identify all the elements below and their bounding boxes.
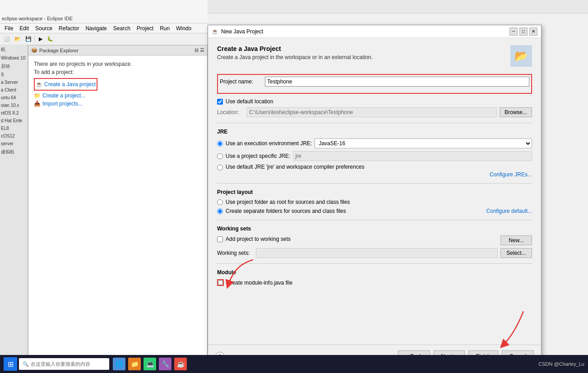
menu-icon[interactable]: ☰ bbox=[200, 47, 204, 53]
empty-message: There are no projects in your workspace. bbox=[34, 61, 202, 67]
divider-2 bbox=[217, 183, 532, 184]
package-explorer-icon: 📦 bbox=[31, 47, 37, 53]
location-input[interactable] bbox=[247, 107, 497, 117]
menu-edit[interactable]: Edit bbox=[17, 24, 32, 32]
module-checkbox-label: Create module-info.java file bbox=[227, 280, 292, 286]
sidebar-item-3: S bbox=[0, 71, 28, 78]
layout-option-2-inner: Create separate folders for sources and … bbox=[217, 208, 346, 214]
layout-option-2-radio[interactable] bbox=[217, 208, 223, 214]
use-default-location-label: Use default location bbox=[226, 98, 273, 105]
menu-navigate[interactable]: Navigate bbox=[83, 24, 109, 32]
divider-3 bbox=[217, 220, 532, 220]
jre-option-1-radio[interactable] bbox=[217, 141, 223, 147]
dialog-close[interactable]: ✕ bbox=[529, 28, 537, 36]
module-checkbox[interactable] bbox=[218, 280, 223, 285]
folder-icon: 📂 bbox=[514, 50, 528, 62]
toolbar-sep bbox=[34, 36, 36, 43]
import-projects-label: Import projects... bbox=[42, 101, 83, 107]
module-checkbox-highlight bbox=[217, 279, 224, 286]
dialog-title-area: ☕ New Java Project bbox=[212, 28, 263, 35]
import-icon: 📥 bbox=[34, 101, 41, 107]
create-java-project-highlight: ☕ Create a Java project bbox=[34, 78, 97, 91]
configure-default-link[interactable]: Configure default... bbox=[486, 208, 532, 214]
jre-option-1-row: Use an execution environment JRE: JavaSE… bbox=[217, 138, 532, 148]
use-default-location-checkbox[interactable] bbox=[217, 99, 223, 105]
menu-source[interactable]: Source bbox=[32, 24, 55, 32]
layout-option-1-radio[interactable] bbox=[217, 199, 223, 205]
project-name-input[interactable] bbox=[265, 77, 529, 87]
taskbar-app-2[interactable]: 📁 bbox=[128, 358, 141, 370]
dialog-header-icon: 📂 bbox=[510, 45, 532, 67]
sidebar-item-0: 机 bbox=[0, 45, 28, 54]
start-button[interactable]: ⊞ bbox=[4, 357, 17, 371]
dialog-heading: Create a Java Project bbox=[217, 45, 373, 52]
module-checkbox-row: Create module-info.java file bbox=[217, 279, 532, 286]
dialog-maximize[interactable]: □ bbox=[519, 28, 528, 36]
layout-option-1-label: Use project folder as root for sources a… bbox=[226, 199, 350, 205]
dialog-icon-small: ☕ bbox=[212, 28, 218, 35]
jre-section-title: JRE bbox=[217, 129, 532, 135]
working-sets-input-row: Working sets: Select... bbox=[217, 248, 532, 258]
toolbar-new[interactable]: ⬜ bbox=[2, 35, 12, 43]
working-sets-checkbox-label: Add project to working sets bbox=[226, 236, 291, 242]
configure-jres-link[interactable]: Configure JREs... bbox=[490, 171, 532, 178]
create-java-project-label: Create a Java project bbox=[44, 81, 96, 87]
menu-search[interactable]: Search bbox=[111, 24, 133, 32]
taskbar-left: ⊞ 🔍 在这里输入你要搜索的内容 🌐 📁 💻 🔧 ☕ bbox=[4, 357, 187, 371]
jre-specific-input[interactable] bbox=[293, 151, 532, 161]
menu-run[interactable]: Run bbox=[157, 24, 172, 32]
toolbar-save[interactable]: 💾 bbox=[23, 35, 33, 43]
taskbar-apps: 🌐 📁 💻 🔧 ☕ bbox=[113, 358, 187, 370]
divider-1 bbox=[217, 123, 532, 123]
collapse-icon[interactable]: ⊟ bbox=[194, 47, 199, 53]
create-java-project-link[interactable]: ☕ Create a Java project bbox=[36, 81, 96, 87]
import-projects-link[interactable]: 📥 Import projects... bbox=[34, 101, 202, 107]
working-sets-checkbox-row: Add project to working sets bbox=[217, 236, 291, 242]
menu-window[interactable]: Windo bbox=[173, 24, 194, 32]
add-project-label: To add a project: bbox=[34, 69, 202, 75]
working-sets-checkbox[interactable] bbox=[217, 236, 223, 242]
taskbar: ⊞ 🔍 在这里输入你要搜索的内容 🌐 📁 💻 🔧 ☕ CSDN @Charley… bbox=[0, 355, 588, 373]
project-name-label: Project name: bbox=[220, 78, 265, 85]
browse-button[interactable]: Browse... bbox=[500, 107, 532, 117]
taskbar-app-1[interactable]: 🌐 bbox=[113, 358, 125, 370]
menu-file[interactable]: File bbox=[2, 24, 16, 32]
toolbar-run[interactable]: ▶ bbox=[37, 35, 44, 43]
dialog-description: Create a Java project in the workspace o… bbox=[217, 54, 373, 60]
sidebar-item-2: 启动 bbox=[0, 62, 28, 71]
toolbar-open[interactable]: 📂 bbox=[13, 35, 23, 43]
taskbar-app-4[interactable]: 🔧 bbox=[159, 358, 171, 370]
jre-select[interactable]: JavaSE-16 bbox=[315, 138, 532, 148]
dialog-header-text: Create a Java Project Create a Java proj… bbox=[217, 45, 373, 60]
sidebar-item-12: server bbox=[0, 140, 28, 147]
working-sets-header-row: Add project to working sets New... bbox=[217, 235, 532, 245]
taskbar-app-3[interactable]: 💻 bbox=[144, 358, 156, 370]
project-layout-section: Project layout Use project folder as roo… bbox=[217, 189, 532, 214]
configure-jres-row: Configure JREs... bbox=[217, 171, 532, 178]
menu-project[interactable]: Project bbox=[134, 24, 156, 32]
left-panel: eclipse-workspace - Eclipse IDE File Edi… bbox=[0, 0, 208, 373]
sidebar-item-5: a Client bbox=[0, 86, 28, 94]
panel-header-actions: ⊟ ☰ bbox=[194, 47, 204, 53]
dialog-titlebar: ☕ New Java Project ─ □ ✕ bbox=[208, 25, 541, 38]
jre-option-3-label: Use default JRE 'jre' and workspace comp… bbox=[226, 164, 364, 170]
jre-option-3-radio[interactable] bbox=[217, 165, 223, 170]
module-section: Module Create module-info.java file bbox=[217, 269, 532, 286]
toolbar-debug[interactable]: 🐛 bbox=[45, 35, 55, 43]
search-placeholder: 在这里输入你要搜索的内容 bbox=[31, 361, 90, 368]
working-sets-new-button[interactable]: New... bbox=[500, 235, 532, 245]
java-project-icon: ☕ bbox=[36, 81, 42, 87]
dialog-minimize[interactable]: ─ bbox=[509, 28, 518, 36]
jre-option-2-radio[interactable] bbox=[217, 153, 223, 159]
project-name-row: Project name: bbox=[220, 77, 529, 87]
working-sets-input[interactable] bbox=[256, 248, 498, 258]
search-bar[interactable]: 🔍 在这里输入你要搜索的内容 bbox=[19, 358, 109, 370]
project-name-highlight-box: Project name: bbox=[217, 74, 532, 94]
working-sets-select-button[interactable]: Select... bbox=[500, 248, 532, 258]
create-project-link[interactable]: 📁 Create a project... bbox=[34, 92, 202, 99]
layout-option-2-row: Create separate folders for sources and … bbox=[217, 208, 532, 214]
menu-refactor[interactable]: Refactor bbox=[56, 24, 82, 32]
search-icon: 🔍 bbox=[23, 361, 29, 367]
taskbar-app-5[interactable]: ☕ bbox=[174, 358, 187, 370]
location-row: Location: Browse... bbox=[217, 107, 532, 117]
